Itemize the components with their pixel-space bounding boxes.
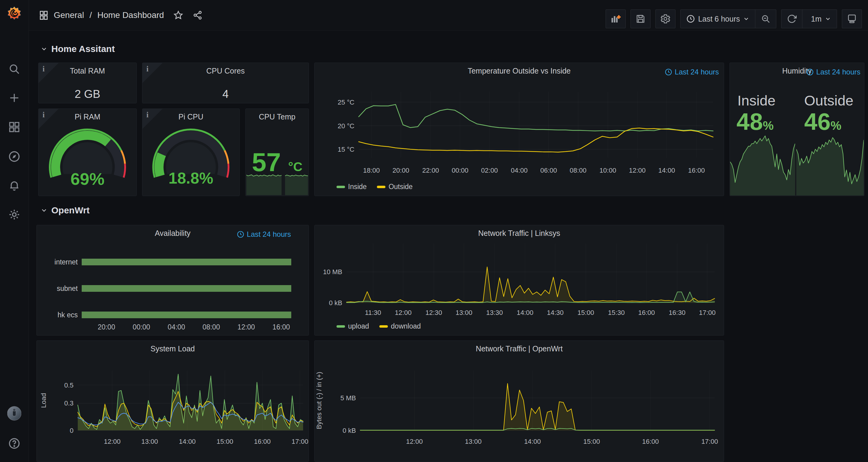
linksys-chart[interactable]: 11:3012:0012:3013:0013:3014:0014:3015:00… — [315, 225, 724, 335]
x-tick-label: 20:00 — [393, 167, 409, 174]
panel-total-ram: i Total RAM 2 GB — [38, 63, 137, 103]
panel-network-openwrt: Network Traffic | OpenWrt 12:0013:0014:0… — [314, 340, 724, 462]
stat-label: Inside — [737, 92, 775, 109]
x-tick-label: 14:00 — [517, 309, 533, 316]
refresh-button[interactable] — [781, 10, 802, 28]
explore-compass-icon[interactable] — [7, 149, 21, 164]
y-axis-label: Load — [40, 393, 48, 408]
panel-availability: Availability Last 24 hours internetsubne… — [36, 225, 309, 336]
section-title: Home Assitant — [51, 44, 115, 54]
chart-legend: Inside Outside — [337, 183, 413, 191]
legend-item[interactable]: Outside — [377, 183, 412, 191]
section-openwrt[interactable]: OpenWrt — [40, 205, 90, 215]
save-dashboard-button[interactable] — [630, 9, 651, 28]
openwrt-chart[interactable]: 12:0013:0014:0015:0016:0017:000 kB5 MBBy… — [315, 341, 724, 461]
panel-title[interactable]: CPU Cores — [143, 66, 309, 76]
x-tick-label: 08:00 — [570, 167, 586, 174]
x-tick-label: 15:00 — [577, 309, 594, 316]
alerting-bell-icon[interactable] — [7, 178, 21, 193]
x-tick-label: 16:30 — [669, 309, 685, 316]
x-tick-label: 18:00 — [363, 167, 380, 174]
y-tick-label: 25 °C — [338, 98, 354, 106]
time-picker-group: Last 6 hours — [680, 9, 777, 28]
x-tick-label: 16:00 — [688, 167, 705, 174]
zoom-out-button[interactable] — [755, 10, 776, 28]
x-tick-label: 10:00 — [599, 167, 616, 174]
section-title: OpenWrt — [51, 205, 90, 215]
stat-value: 4 — [143, 88, 309, 100]
x-tick-label: 15:30 — [608, 309, 625, 316]
settings-gear-icon[interactable] — [7, 208, 21, 222]
y-tick-label: 0.5 — [64, 381, 73, 389]
x-tick-label: 13:30 — [486, 309, 503, 316]
legend-item[interactable]: Inside — [337, 183, 367, 191]
time-override-link[interactable]: Last 24 hours — [806, 68, 860, 76]
add-panel-button[interactable] — [606, 9, 626, 28]
x-tick-label: 17:00 — [291, 438, 308, 445]
x-tick-label: 14:00 — [658, 167, 675, 174]
x-tick-label: 14:30 — [547, 309, 564, 316]
refresh-interval-picker[interactable]: 1m — [802, 10, 837, 28]
x-tick-label: 04:00 — [511, 167, 528, 174]
x-tick-label: 12:00 — [629, 167, 646, 174]
sidebar — [0, 0, 29, 462]
help-icon[interactable] — [7, 436, 21, 451]
y-tick-label: 0 — [70, 427, 73, 434]
x-tick-label: 12:00 — [104, 438, 121, 445]
star-icon[interactable] — [173, 10, 183, 20]
refresh-group: 1m — [781, 9, 837, 28]
create-plus-icon[interactable] — [7, 91, 21, 105]
availability-bar[interactable] — [82, 285, 291, 292]
panel-title[interactable]: Pi RAM — [38, 112, 136, 121]
panel-title[interactable]: CPU Temp — [246, 112, 309, 121]
panel-title[interactable]: Total RAM — [38, 66, 136, 76]
section-home-assistant[interactable]: Home Assitant — [40, 44, 115, 54]
availability-bar[interactable] — [82, 312, 291, 318]
x-tick-label: 00:00 — [452, 167, 468, 174]
legend-swatch — [337, 325, 345, 328]
time-range-picker[interactable]: Last 6 hours — [681, 10, 755, 28]
search-icon[interactable] — [7, 62, 21, 76]
breadcrumb-folder[interactable]: General — [54, 10, 84, 20]
x-tick-label: 02:00 — [481, 167, 498, 174]
x-tick-label: 00:00 — [133, 323, 150, 331]
x-tick-label: 16:00 — [642, 438, 659, 445]
availability-row-label: hk ecs — [37, 311, 78, 319]
chevron-down-icon — [825, 16, 831, 22]
legend-item[interactable]: upload — [337, 322, 369, 330]
y-tick-label: 10 MB — [323, 268, 342, 276]
x-tick-label: 15:00 — [217, 438, 233, 445]
share-icon[interactable] — [192, 10, 203, 20]
y-tick-label: 0 kB — [343, 427, 356, 434]
x-tick-label: 16:00 — [638, 309, 655, 316]
panel-pi-ram: i Pi RAM 69% — [38, 109, 137, 196]
dashboard-settings-button[interactable] — [655, 9, 676, 28]
clock-icon — [686, 14, 695, 23]
refresh-interval-label: 1m — [811, 15, 822, 23]
x-tick-label: 04:00 — [168, 323, 185, 331]
tv-mode-button[interactable] — [842, 9, 862, 28]
dashboards-icon[interactable] — [7, 120, 21, 134]
breadcrumb-separator: / — [90, 10, 92, 20]
stat-label: Outside — [804, 92, 854, 109]
x-tick-label: 17:00 — [699, 309, 716, 316]
availability-chart[interactable]: internetsubnethk ecs20:0000:0004:0008:00… — [37, 225, 309, 335]
y-tick-label: 0.3 — [64, 399, 73, 407]
availability-bar[interactable] — [82, 259, 291, 265]
grafana-logo-icon[interactable] — [7, 6, 21, 20]
legend-swatch — [377, 186, 385, 188]
user-avatar[interactable] — [7, 406, 21, 421]
chart-legend: upload download — [337, 322, 421, 330]
temperature-chart[interactable]: 18:0020:0022:0000:0002:0004:0006:0008:00… — [315, 63, 724, 196]
legend-item[interactable]: download — [379, 322, 421, 330]
system-load-chart[interactable]: 12:0013:0014:0015:0016:0017:0000.30.5Loa… — [37, 341, 309, 461]
y-tick-label: 5 MB — [340, 394, 356, 402]
toolbar: Last 6 hours 1m — [606, 9, 862, 28]
panel-title[interactable]: Pi CPU — [143, 112, 239, 121]
gauge-value: 18.8% — [143, 169, 239, 187]
panel-cpu-temp: CPU Temp 57 °C — [245, 109, 309, 196]
panel-temperature: Temperature Outside vs Inside Last 24 ho… — [314, 63, 724, 196]
breadcrumb-title[interactable]: Home Dashboard — [97, 10, 164, 20]
y-tick-label: 0 kB — [329, 299, 342, 307]
x-tick-label: 08:00 — [203, 323, 220, 331]
